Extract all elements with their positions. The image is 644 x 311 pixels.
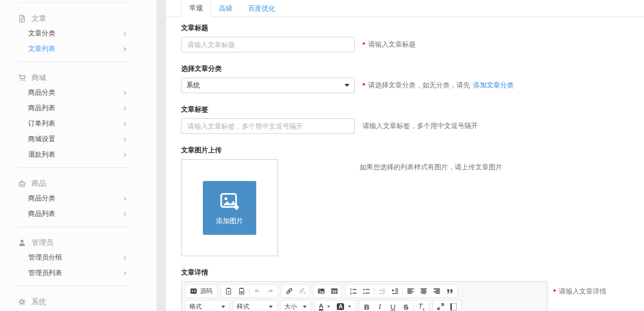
category-select[interactable]: 系统	[181, 78, 355, 93]
article-detail-label: 文章详情	[181, 268, 644, 277]
bold-button[interactable]: B	[360, 301, 373, 311]
sidebar-section-mall: 商城 商品分类 商品列表 订单列表 商城设置 退款列表	[18, 62, 128, 167]
sidebar-item-article-list[interactable]: 文章列表	[18, 41, 128, 57]
align-left-button[interactable]	[404, 285, 417, 297]
sidebar-header-label: 管理员	[32, 238, 53, 247]
paste-word-button[interactable]: W	[235, 285, 248, 297]
sidebar-item-label: 订单列表	[28, 119, 55, 128]
sidebar-header-label: 商品	[32, 179, 46, 188]
article-title-label: 文章标题	[181, 24, 644, 33]
chevron-right-icon	[122, 46, 128, 52]
sidebar-item-mall-settings[interactable]: 商城设置	[18, 131, 128, 147]
add-image-button[interactable]: 添加图片	[203, 181, 256, 235]
blockquote-button[interactable]	[443, 285, 456, 297]
editor-toolbar-row1: 源码 T W	[185, 284, 544, 298]
sidebar-item-admin-group[interactable]: 管理员分组	[18, 250, 128, 265]
add-category-link[interactable]: 添加文章分类	[473, 81, 513, 90]
undo-button[interactable]	[250, 285, 264, 297]
chevron-right-icon	[122, 136, 128, 143]
caret-down-icon	[348, 306, 351, 308]
tab-baidu-seo[interactable]: 百度优化	[240, 0, 283, 17]
maximize-button[interactable]	[434, 301, 447, 311]
styles-dropdown[interactable]: 样式	[232, 300, 277, 311]
outdent-button[interactable]	[375, 285, 388, 297]
article-tags-hint: 请输入文章标签，多个用中文逗号隔开	[363, 122, 478, 131]
sidebar-item-label: 商城设置	[28, 135, 55, 144]
background-color-button[interactable]: A	[333, 301, 354, 311]
sidebar-section-system: 系统 基本信息	[18, 286, 128, 311]
tab-advanced[interactable]: 高级	[211, 0, 240, 17]
chevron-right-icon	[122, 105, 128, 112]
strikethrough-icon: S	[404, 303, 409, 311]
tab-label: 高级	[219, 4, 232, 13]
size-dropdown[interactable]: 大小	[280, 300, 311, 311]
sidebar-item-label: 文章分类	[28, 29, 55, 38]
show-blocks-button[interactable]	[447, 301, 460, 311]
numbered-list-button[interactable]: 12	[347, 285, 360, 297]
text-color-button[interactable]: A	[315, 301, 333, 311]
article-form: 文章标题 * 请输入文章标题 选择文章分类 系统 * 请选择文章分类，如无分类，…	[166, 17, 644, 311]
align-right-button[interactable]	[430, 285, 443, 297]
sidebar-item-refund-list[interactable]: 退款列表	[18, 147, 128, 163]
sidebar-item-order-list[interactable]: 订单列表	[18, 116, 128, 131]
field-article-detail: 文章详情 源码 T W	[181, 268, 644, 311]
show-blocks-icon	[450, 303, 457, 311]
table-button[interactable]	[328, 285, 341, 297]
article-detail-hint: * 请输入文章详情	[553, 287, 606, 296]
bold-icon: B	[364, 303, 369, 311]
paste-text-button[interactable]: T	[222, 285, 235, 297]
sidebar-item-goods-list[interactable]: 商品列表	[18, 206, 128, 222]
system-gear-icon	[18, 298, 26, 306]
unlink-button[interactable]	[296, 285, 309, 297]
sidebar-item-product-list[interactable]: 商品列表	[18, 100, 128, 116]
hint-text: 请输入文章详情	[559, 287, 606, 296]
align-center-button[interactable]	[417, 285, 430, 297]
chevron-right-icon	[122, 121, 128, 127]
tab-bar: 常规 高级 百度优化	[166, 0, 644, 17]
required-asterisk: *	[363, 82, 365, 89]
tab-label: 百度优化	[248, 4, 275, 13]
underline-button[interactable]: U	[386, 301, 399, 311]
svg-text:T: T	[227, 290, 230, 295]
sidebar-item-admin-list[interactable]: 管理员列表	[18, 265, 128, 281]
tab-general[interactable]: 常规	[181, 0, 211, 17]
hint-text: 请输入文章标题	[368, 40, 415, 49]
bulleted-list-button[interactable]	[360, 285, 373, 297]
strikethrough-button[interactable]: S	[399, 301, 413, 311]
caret-down-icon	[269, 306, 273, 308]
chevron-right-icon	[122, 196, 128, 202]
sidebar-item-goods-category[interactable]: 商品分类	[18, 191, 128, 206]
remove-format-button[interactable]: Tx	[415, 301, 428, 311]
redo-button[interactable]	[264, 285, 277, 297]
sidebar-item-label: 商品列表	[28, 210, 55, 218]
source-button[interactable]: 源码	[186, 285, 216, 297]
field-article-title: 文章标题 * 请输入文章标题	[181, 24, 644, 52]
article-category-label: 选择文章分类	[181, 65, 644, 73]
sidebar-item-basic-info[interactable]: 基本信息	[18, 309, 128, 311]
sidebar-header-article: 文章	[18, 11, 128, 26]
article-tags-input[interactable]	[181, 118, 355, 134]
underline-icon: U	[390, 303, 396, 311]
category-select-value: 系统	[186, 81, 200, 90]
link-button[interactable]	[282, 285, 296, 297]
italic-button[interactable]: I	[373, 301, 386, 311]
chevron-right-icon	[122, 152, 128, 158]
sidebar-section-article: 文章 文章分类 文章列表	[18, 2, 128, 62]
caret-down-icon	[303, 306, 307, 308]
format-dropdown[interactable]: 格式	[185, 300, 230, 311]
chevron-right-icon	[122, 211, 128, 217]
article-title-input[interactable]	[181, 37, 355, 52]
chevron-right-icon	[122, 90, 128, 96]
required-asterisk: *	[553, 288, 556, 295]
indent-button[interactable]	[388, 285, 401, 297]
sidebar-item-label: 退款列表	[28, 150, 55, 159]
styles-dropdown-label: 样式	[237, 302, 249, 311]
caret-down-icon	[221, 306, 225, 308]
article-title-hint: * 请输入文章标题	[363, 40, 415, 49]
mall-cart-icon	[18, 74, 26, 82]
sidebar-item-article-category[interactable]: 文章分类	[18, 26, 128, 41]
image-upload-dropzone[interactable]: 添加图片	[181, 159, 278, 256]
sidebar-item-product-category[interactable]: 商品分类	[18, 85, 128, 100]
image-button[interactable]	[314, 285, 328, 297]
toolbar-separator	[413, 303, 414, 311]
